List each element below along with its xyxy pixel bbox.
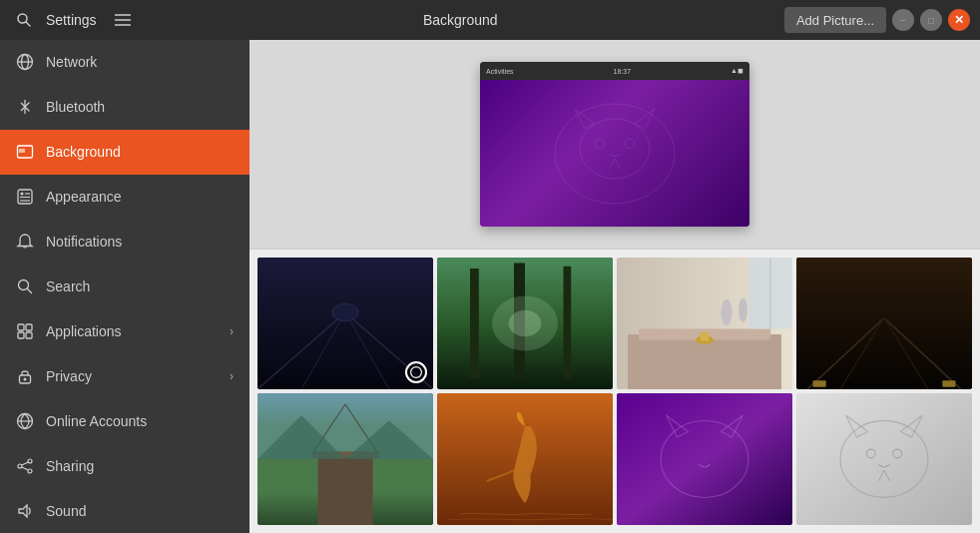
svg-point-33	[580, 119, 650, 179]
svg-rect-18	[18, 324, 24, 330]
wallpaper-4-image	[796, 258, 972, 389]
preview-time: 18:37	[614, 68, 632, 75]
search-icon	[16, 277, 34, 295]
svg-rect-48	[564, 266, 572, 378]
preview-icons: ▲◼	[731, 67, 743, 75]
svg-rect-19	[26, 324, 32, 330]
background-icon	[16, 143, 34, 161]
bluetooth-icon	[16, 98, 34, 116]
sidebar-label-sound: Sound	[46, 503, 234, 519]
applications-chevron: ›	[230, 324, 234, 338]
online-accounts-icon	[16, 412, 34, 430]
sidebar-label-notifications: Notifications	[46, 234, 234, 250]
sidebar-item-network[interactable]: Network	[0, 40, 249, 85]
svg-point-28	[28, 469, 32, 473]
svg-point-23	[24, 377, 27, 380]
sidebar: Network Bluetooth Background	[0, 40, 249, 533]
svg-rect-67	[813, 380, 826, 387]
main-area: Network Bluetooth Background	[0, 40, 980, 533]
sidebar-label-bluetooth: Bluetooth	[46, 99, 234, 115]
sidebar-label-network: Network	[46, 54, 234, 70]
svg-line-29	[22, 462, 28, 465]
preview-window: Activities 18:37 ▲◼	[480, 62, 749, 227]
titlebar: Settings Background Add Picture... − □ ✕	[0, 0, 980, 40]
appearance-icon	[16, 188, 34, 206]
fox-illustration	[525, 89, 705, 219]
svg-marker-31	[19, 505, 27, 517]
preview-titlebar: Activities 18:37 ▲◼	[480, 62, 749, 80]
content-title: Background	[137, 12, 784, 28]
svg-rect-21	[26, 332, 32, 338]
minimize-button[interactable]: −	[892, 9, 914, 31]
preview-background	[480, 80, 749, 227]
svg-point-43	[411, 367, 422, 378]
sidebar-item-sound[interactable]: Sound	[0, 488, 249, 533]
titlebar-controls: Add Picture... − □ ✕	[784, 7, 970, 33]
svg-point-56	[738, 298, 747, 322]
background-preview-section: Activities 18:37 ▲◼	[249, 40, 980, 250]
sidebar-item-online-accounts[interactable]: Online Accounts	[0, 398, 249, 443]
wallpaper-thumb-7[interactable]	[617, 393, 792, 525]
sidebar-label-online-accounts: Online Accounts	[46, 413, 234, 429]
sidebar-item-background[interactable]: Background	[0, 130, 249, 175]
sidebar-label-background: Background	[46, 144, 234, 160]
svg-line-30	[22, 467, 28, 470]
wallpaper-1-check	[405, 361, 427, 383]
wallpaper-3-image	[617, 258, 792, 389]
svg-point-16	[19, 279, 29, 289]
sidebar-label-appearance: Appearance	[46, 189, 234, 205]
svg-rect-60	[701, 332, 710, 341]
wallpaper-thumb-8[interactable]	[796, 393, 972, 525]
add-picture-button[interactable]: Add Picture...	[784, 7, 886, 33]
svg-point-34	[595, 139, 605, 149]
svg-rect-68	[942, 380, 955, 387]
wallpaper-thumb-3[interactable]	[617, 258, 792, 389]
wallpaper-6-image	[437, 393, 613, 525]
wallpaper-5-image	[257, 393, 433, 525]
sidebar-item-appearance[interactable]: Appearance	[0, 175, 249, 220]
preview-activities: Activities	[486, 68, 514, 75]
applications-icon	[16, 322, 34, 340]
app-title: Settings	[46, 12, 97, 28]
sidebar-item-bluetooth[interactable]: Bluetooth	[0, 85, 249, 130]
sidebar-item-privacy[interactable]: Privacy ›	[0, 353, 249, 398]
sidebar-label-search: Search	[46, 278, 234, 294]
sidebar-label-sharing: Sharing	[46, 458, 234, 474]
wallpaper-grid	[249, 250, 980, 533]
titlebar-menu-icon[interactable]	[109, 6, 137, 34]
svg-rect-62	[796, 258, 972, 389]
svg-rect-46	[470, 268, 479, 378]
wallpaper-2-image	[437, 258, 613, 389]
sidebar-item-notifications[interactable]: Notifications	[0, 220, 249, 265]
svg-point-26	[28, 459, 32, 463]
titlebar-search-icon[interactable]	[10, 6, 38, 34]
svg-line-1	[26, 22, 30, 26]
svg-point-27	[18, 464, 22, 468]
sidebar-item-applications[interactable]: Applications ›	[0, 308, 249, 353]
sidebar-item-sharing[interactable]: Sharing	[0, 443, 249, 488]
svg-line-17	[28, 288, 32, 292]
sound-icon	[16, 502, 34, 520]
svg-rect-20	[18, 332, 24, 338]
wallpaper-thumb-1[interactable]	[257, 258, 433, 389]
network-icon	[16, 53, 34, 71]
close-button[interactable]: ✕	[948, 9, 970, 31]
svg-point-12	[21, 193, 24, 196]
sidebar-item-search[interactable]: Search	[0, 265, 249, 309]
wallpaper-thumb-2[interactable]	[437, 258, 613, 389]
privacy-icon	[16, 367, 34, 385]
wallpaper-thumb-4[interactable]	[796, 258, 972, 389]
svg-point-35	[625, 139, 635, 149]
sharing-icon	[16, 457, 34, 475]
wallpaper-thumb-6[interactable]	[437, 393, 613, 525]
content-area: Activities 18:37 ▲◼	[249, 40, 980, 533]
sidebar-label-applications: Applications	[46, 323, 218, 339]
privacy-chevron: ›	[230, 369, 234, 383]
svg-rect-72	[318, 454, 373, 526]
svg-rect-81	[617, 393, 792, 525]
svg-rect-10	[19, 149, 25, 153]
wallpaper-7-image	[617, 393, 792, 525]
sidebar-label-privacy: Privacy	[46, 368, 218, 384]
wallpaper-thumb-5[interactable]	[257, 393, 433, 525]
maximize-button[interactable]: □	[920, 9, 942, 31]
